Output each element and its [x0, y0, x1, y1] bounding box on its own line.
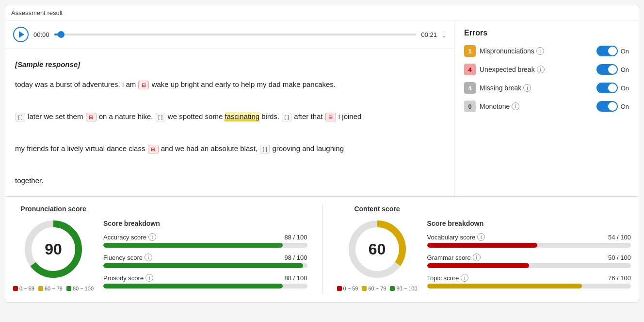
time-start: 00:00 — [33, 31, 49, 38]
label-missing-break: Missing break i — [480, 84, 593, 92]
info-icon-grammar[interactable]: i — [473, 254, 481, 261]
vocabulary-score-value: 54 / 100 — [608, 234, 631, 241]
bottom-section: Pronunciation score 90 0 ~ 59 60 — [5, 197, 639, 302]
fluency-score-label: Fluency score i — [103, 254, 152, 261]
info-icon-accuracy[interactable]: i — [148, 233, 156, 241]
progress-track[interactable] — [54, 34, 417, 35]
topic-bar-track — [427, 284, 631, 288]
vocabulary-score-row: Vocabulary score i 54 / 100 — [427, 233, 631, 248]
vocabulary-score-header: Vocabulary score i 54 / 100 — [427, 233, 631, 241]
assessment-title: Assessment result — [5, 5, 639, 21]
legend-dot-red — [13, 286, 18, 291]
word-fascinating: fascinating — [225, 112, 259, 121]
content-section: Content score 60 0 ~ 59 60 ~ 79 — [337, 205, 631, 294]
toggle-mispronunciations[interactable] — [596, 46, 618, 56]
info-icon-topic[interactable]: i — [461, 274, 468, 282]
content-legend: 0 ~ 59 60 ~ 79 80 ~ 100 — [337, 286, 418, 291]
play-button[interactable] — [13, 27, 29, 42]
vocabulary-bar-track — [427, 243, 631, 248]
content-breakdown-title: Score breakdown — [427, 220, 631, 227]
topic-score-value: 76 / 100 — [608, 274, 631, 282]
pronunciation-chart-area: Pronunciation score 90 0 ~ 59 60 — [13, 205, 94, 291]
toggle-unexpected-break[interactable] — [596, 64, 618, 75]
accuracy-score-label: Accuracy score i — [103, 233, 156, 241]
prosody-score-label: Prosody score i — [103, 274, 153, 282]
legend-item-yellow: 60 ~ 79 — [38, 286, 63, 291]
assessment-container: Assessment result 00:00 00:21 ↓ — [5, 5, 639, 303]
toggle-group-monotone: On — [596, 101, 629, 112]
sample-label: [Sample response] — [15, 56, 444, 72]
toggle-label-missing-break: On — [621, 85, 629, 92]
toggle-group-unexpected-break: On — [596, 64, 629, 75]
fluency-bar-fill — [103, 263, 303, 268]
grammar-bar-fill — [427, 263, 529, 268]
badge-missing-break: 4 — [464, 82, 476, 94]
fluency-score-value: 98 / 100 — [285, 254, 307, 261]
break-marker-missing-4: [ ] — [260, 145, 270, 153]
info-icon-mispronunciations[interactable]: i — [536, 47, 544, 55]
break-marker-unexpected-2: ⊟ — [86, 113, 97, 121]
grammar-score-header: Grammar score i 50 / 100 — [427, 254, 631, 261]
legend-item-green: 80 ~ 100 — [66, 286, 94, 291]
fluency-score-header: Fluency score i 98 / 100 — [103, 254, 307, 261]
break-marker-missing-3: [ ] — [282, 113, 291, 121]
text-line-4: together. — [15, 176, 43, 185]
info-icon-prosody[interactable]: i — [145, 274, 153, 282]
break-marker-missing-2: [ ] — [156, 113, 165, 121]
pronunciation-score-number: 90 — [45, 240, 62, 258]
label-monotone: Monotone i — [480, 102, 593, 110]
fluency-score-row: Fluency score i 98 / 100 — [103, 254, 307, 268]
legend-range-mid: 60 ~ 79 — [45, 286, 63, 291]
content-breakdown: Score breakdown Vocabulary score i 54 / … — [427, 205, 631, 294]
legend-range-high: 80 ~ 100 — [73, 286, 94, 291]
toggle-label-unexpected-break: On — [621, 66, 629, 73]
content-donut: 60 — [346, 218, 409, 281]
legend-range-low: 0 ~ 59 — [19, 286, 34, 291]
toggle-group-mispronunciations: On — [596, 46, 629, 56]
fluency-bar-track — [103, 263, 307, 268]
grammar-bar-track — [427, 263, 631, 268]
left-panel: 00:00 00:21 ↓ [Sample response] today wa… — [5, 21, 454, 196]
content-chart-area: Content score 60 0 ~ 59 60 ~ 79 — [337, 205, 418, 291]
toggle-monotone[interactable] — [596, 101, 618, 112]
content-legend-item-green: 80 ~ 100 — [390, 286, 417, 291]
info-icon-vocabulary[interactable]: i — [477, 233, 485, 241]
error-row-missing-break: 4 Missing break i On — [464, 82, 629, 94]
content-legend-range-low: 0 ~ 59 — [343, 286, 358, 291]
pronunciation-section: Pronunciation score 90 0 ~ 59 60 — [13, 205, 307, 294]
toggle-label-monotone: On — [621, 103, 629, 110]
topic-score-header: Topic score i 76 / 100 — [427, 274, 631, 282]
sample-text: [Sample response] today was a burst of a… — [5, 49, 454, 196]
legend-dot-green — [66, 286, 71, 291]
error-row-mispronunciations: 1 Mispronunciations i On — [464, 45, 629, 57]
right-panel: Errors 1 Mispronunciations i On 4 Unexp — [454, 21, 639, 196]
pronunciation-legend: 0 ~ 59 60 ~ 79 80 ~ 100 — [13, 286, 94, 291]
prosody-bar-track — [103, 284, 307, 288]
prosody-score-value: 88 / 100 — [285, 274, 307, 282]
label-unexpected-break: Unexpected break i — [480, 66, 593, 73]
download-icon[interactable]: ↓ — [442, 30, 446, 40]
pronunciation-donut: 90 — [22, 218, 85, 281]
topic-score-label: Topic score i — [427, 274, 469, 282]
info-icon-missing-break[interactable]: i — [523, 84, 531, 92]
error-row-unexpected-break: 4 Unexpected break i On — [464, 64, 629, 75]
progress-thumb — [58, 31, 64, 38]
content-title: Content score — [354, 205, 400, 213]
info-icon-unexpected-break[interactable]: i — [537, 66, 545, 73]
pronunciation-breakdown: Score breakdown Accuracy score i 88 / 10… — [103, 205, 307, 294]
content-legend-range-high: 80 ~ 100 — [396, 286, 417, 291]
section-divider — [322, 205, 322, 294]
break-marker-unexpected-3: ⊟ — [325, 113, 336, 121]
toggle-missing-break[interactable] — [596, 83, 618, 93]
break-marker-unexpected-4: ⊟ — [148, 145, 159, 153]
toggle-label-mispronunciations: On — [621, 48, 629, 55]
grammar-score-row: Grammar score i 50 / 100 — [427, 254, 631, 268]
pronunciation-breakdown-title: Score breakdown — [103, 220, 307, 227]
grammar-score-label: Grammar score i — [427, 254, 481, 261]
top-section: 00:00 00:21 ↓ [Sample response] today wa… — [5, 21, 639, 197]
content-legend-dot-yellow — [362, 286, 367, 291]
info-icon-fluency[interactable]: i — [145, 254, 152, 261]
pronunciation-title: Pronunciation score — [20, 205, 86, 213]
info-icon-monotone[interactable]: i — [512, 102, 519, 110]
legend-item-red: 0 ~ 59 — [13, 286, 34, 291]
